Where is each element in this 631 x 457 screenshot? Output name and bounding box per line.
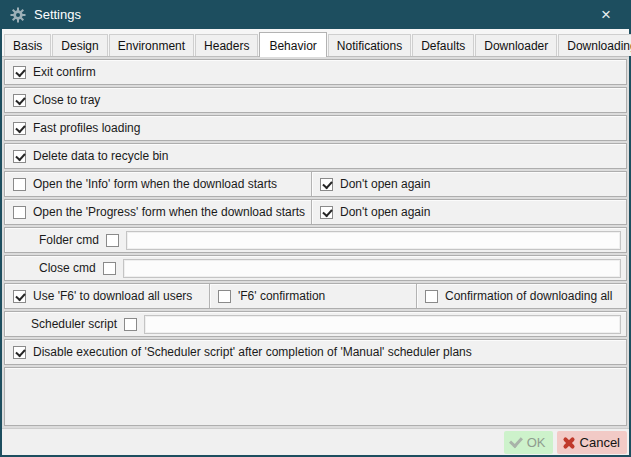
tab-headers[interactable]: Headers [195,34,258,56]
row-f6-options: Use 'F6' to download all users 'F6' conf… [4,283,627,309]
fast-profiles-loading-label: Fast profiles loading [33,121,140,135]
tab-design[interactable]: Design [52,34,107,56]
behavior-tab-panel: Exit confirm Close to tray Fast profiles… [2,57,629,428]
tab-downloading[interactable]: Downloading [558,34,631,56]
ok-check-icon [509,437,522,447]
scheduler-script-checkbox[interactable] [124,318,137,331]
fast-profiles-loading-checkbox[interactable] [13,122,26,135]
close-to-tray-label: Close to tray [33,93,100,107]
tab-notifications[interactable]: Notifications [328,34,411,56]
tab-strip: Basis Design Environment Headers Behavio… [2,29,629,57]
ok-button[interactable]: OK [504,431,553,454]
row-folder-cmd: Folder cmd [4,227,627,253]
row-open-progress-form: Open the 'Progress' form when the downlo… [4,199,627,225]
confirmation-downloading-all-label: Confirmation of downloading all [445,289,612,303]
footer-bar: OK Cancel [2,428,629,455]
exit-confirm-checkbox[interactable] [13,66,26,79]
f6-confirmation-checkbox[interactable] [218,290,231,303]
row-scheduler-script: Scheduler script [4,311,627,337]
row-close-to-tray: Close to tray [4,87,627,113]
cancel-button[interactable]: Cancel [557,431,627,454]
exit-confirm-label: Exit confirm [33,65,96,79]
info-dont-open-again-label: Don't open again [340,177,430,191]
titlebar: Settings × [2,0,629,29]
folder-cmd-checkbox[interactable] [106,234,119,247]
row-close-cmd: Close cmd [4,255,627,281]
gear-icon [10,7,26,23]
delete-to-recycle-bin-label: Delete data to recycle bin [33,149,168,163]
open-progress-form-label: Open the 'Progress' form when the downlo… [33,205,305,219]
use-f6-checkbox[interactable] [13,290,26,303]
window-title: Settings [34,7,81,22]
row-disable-scheduler-script: Disable execution of 'Scheduler script' … [4,339,627,365]
tab-behavior[interactable]: Behavior [259,32,326,57]
open-progress-form-checkbox[interactable] [13,206,26,219]
row-delete-to-recycle-bin: Delete data to recycle bin [4,143,627,169]
use-f6-label: Use 'F6' to download all users [33,289,192,303]
row-exit-confirm: Exit confirm [4,59,627,85]
disable-scheduler-script-label: Disable execution of 'Scheduler script' … [33,345,472,359]
close-to-tray-checkbox[interactable] [13,94,26,107]
settings-dialog: Settings × Basis Design Environment Head… [0,0,631,457]
close-icon[interactable]: × [591,0,621,29]
empty-panel [4,367,627,426]
disable-scheduler-script-checkbox[interactable] [13,346,26,359]
ok-button-label: OK [527,435,546,450]
close-cmd-checkbox[interactable] [103,262,116,275]
folder-cmd-label: Folder cmd [39,233,99,247]
progress-dont-open-again-checkbox[interactable] [320,206,333,219]
info-dont-open-again-checkbox[interactable] [320,178,333,191]
f6-confirmation-label: 'F6' confirmation [238,289,325,303]
row-fast-profiles-loading: Fast profiles loading [4,115,627,141]
confirmation-downloading-all-checkbox[interactable] [425,290,438,303]
scheduler-script-input[interactable] [144,315,621,334]
open-info-form-checkbox[interactable] [13,178,26,191]
tab-environment[interactable]: Environment [109,34,194,56]
tab-basis[interactable]: Basis [4,34,51,56]
cancel-button-label: Cancel [580,435,620,450]
scheduler-script-label: Scheduler script [31,317,117,331]
cancel-x-icon [562,436,575,449]
folder-cmd-input[interactable] [126,231,621,250]
close-cmd-input[interactable] [123,259,621,278]
delete-to-recycle-bin-checkbox[interactable] [13,150,26,163]
close-cmd-label: Close cmd [39,261,96,275]
progress-dont-open-again-label: Don't open again [340,205,430,219]
row-open-info-form: Open the 'Info' form when the download s… [4,171,627,197]
tab-defaults[interactable]: Defaults [412,34,474,56]
open-info-form-label: Open the 'Info' form when the download s… [33,177,277,191]
tab-downloader[interactable]: Downloader [475,34,557,56]
